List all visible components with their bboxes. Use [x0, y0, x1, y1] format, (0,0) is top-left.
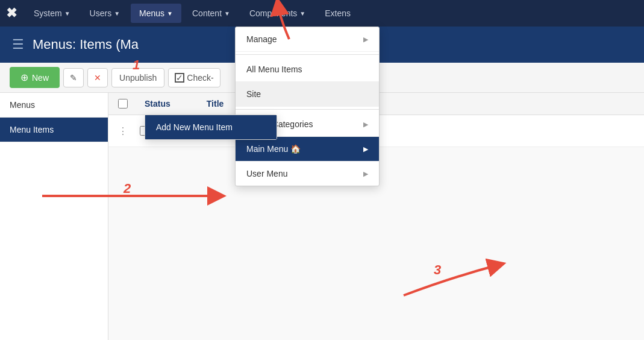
nav-content-label: Content — [192, 8, 222, 18]
sidebar: Menus Menu Items — [0, 93, 108, 340]
dropdown-separator-1 — [236, 54, 379, 55]
delete-button[interactable]: ✕ — [87, 68, 108, 87]
article-categories-chevron-icon: ▶ — [363, 121, 368, 128]
check-button[interactable]: ✓ Check- — [168, 68, 220, 87]
dropdown-item-all-menu-items[interactable]: All Menu Items — [236, 57, 379, 82]
step-2-badge: 2 — [123, 181, 131, 197]
delete-icon: ✕ — [94, 73, 101, 83]
nav-system-caret: ▼ — [64, 10, 70, 17]
nav-users[interactable]: Users ▼ — [81, 4, 128, 23]
dropdown-item-site[interactable]: Site — [236, 82, 379, 107]
step-1-badge: 1 — [133, 57, 140, 73]
sidebar-menus-label: Menus — [10, 100, 35, 110]
nav-menus[interactable]: Menus ▼ — [131, 4, 181, 23]
nav-users-caret: ▼ — [114, 10, 120, 17]
plus-icon: ⊕ — [20, 72, 28, 83]
sidebar-menu-items-label: Menu Items — [10, 125, 54, 134]
all-menu-items-label: All Menu Items — [246, 65, 302, 74]
drag-handle-icon[interactable]: ⋮ — [118, 125, 128, 137]
title-column-header: Title — [207, 99, 224, 109]
add-new-menu-item-label: Add New Menu Item — [156, 122, 233, 132]
main-menu-label: Main Menu 🏠 — [246, 144, 301, 154]
submenu-item-add-new-menu-item[interactable]: Add New Menu Item — [145, 115, 277, 139]
nav-components-caret: ▼ — [299, 10, 305, 17]
nav-components-label: Components — [249, 8, 297, 18]
main-menu-chevron-icon: ▶ — [363, 145, 368, 153]
nav-content-caret: ▼ — [224, 10, 230, 17]
sidebar-item-menu-items[interactable]: Menu Items — [0, 118, 108, 142]
edit-button[interactable]: ✎ — [63, 68, 84, 87]
edit-icon: ✎ — [70, 73, 77, 83]
new-button-label: New — [32, 73, 49, 83]
menus-dropdown: Manage ▶ All Menu Items Site Article Cat… — [235, 27, 380, 186]
user-menu-label: User Menu — [246, 169, 287, 178]
dropdown-separator-2 — [236, 109, 379, 110]
check-label: Check- — [187, 73, 213, 83]
new-button[interactable]: ⊕ New — [10, 67, 60, 88]
joomla-logo: ✖ — [6, 5, 17, 21]
nav-content[interactable]: Content ▼ — [184, 4, 239, 23]
nav-users-label: Users — [90, 8, 112, 18]
dropdown-item-manage[interactable]: Manage ▶ — [236, 27, 379, 52]
nav-system[interactable]: System ▼ — [25, 4, 79, 23]
user-menu-chevron-icon: ▶ — [363, 170, 368, 178]
nav-extensions-label: Extens — [325, 8, 351, 18]
check-box-icon: ✓ — [175, 73, 184, 83]
status-column-header: Status — [145, 99, 170, 109]
select-all-checkbox[interactable] — [118, 99, 128, 109]
top-navigation: ✖ System ▼ Users ▼ Menus ▼ Content ▼ Com… — [0, 0, 644, 27]
nav-components[interactable]: Components ▼ — [241, 4, 314, 23]
dropdown-item-main-menu[interactable]: Main Menu 🏠 ▶ — [236, 137, 379, 162]
dropdown-item-user-menu[interactable]: User Menu ▶ — [236, 162, 379, 186]
sidebar-item-menus[interactable]: Menus — [0, 93, 108, 118]
nav-extensions[interactable]: Extens — [316, 4, 359, 23]
step-3-badge: 3 — [434, 262, 441, 278]
manage-label: Manage — [246, 34, 277, 44]
nav-system-label: System — [34, 8, 62, 18]
unpublish-label: Unpublish — [119, 73, 157, 83]
site-label: Site — [246, 89, 261, 99]
page-title: Menus: Items (Ma — [33, 37, 139, 52]
manage-chevron-icon: ▶ — [363, 36, 368, 43]
page-header-icon: ☰ — [12, 37, 24, 52]
nav-menus-label: Menus — [139, 8, 164, 18]
nav-menus-caret: ▼ — [167, 10, 173, 17]
main-menu-submenu: Add New Menu Item — [145, 115, 277, 140]
